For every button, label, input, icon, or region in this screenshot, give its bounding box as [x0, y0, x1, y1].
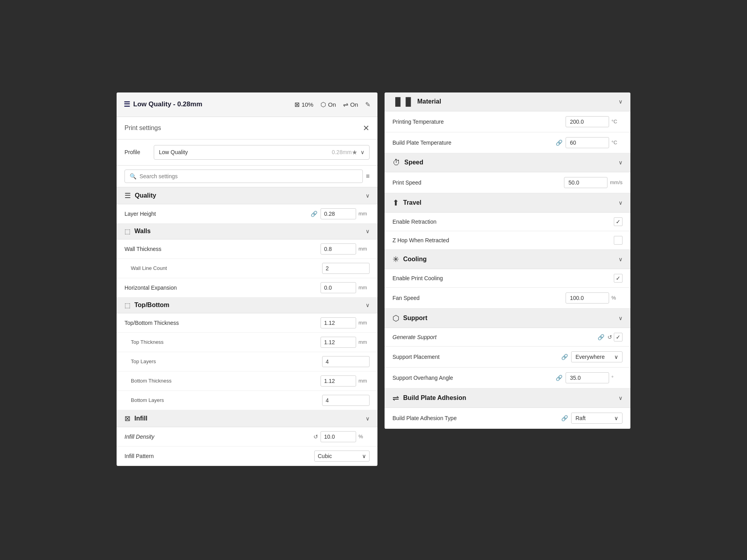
- close-button[interactable]: ✕: [363, 123, 370, 133]
- enable-retraction-label: Enable Retraction: [392, 219, 614, 225]
- infill-percent: 10%: [302, 101, 313, 108]
- profile-name: Low Quality - 0.28mm: [133, 100, 202, 108]
- fan-speed-input[interactable]: [566, 292, 609, 304]
- generate-support-link-icon[interactable]: 🔗: [598, 334, 604, 340]
- bottom-thickness-input[interactable]: [321, 375, 356, 387]
- infill-chevron: ∨: [366, 415, 370, 422]
- bottom-layers-label: Bottom Layers: [124, 397, 322, 403]
- topbottom-section-header[interactable]: ⬚ Top/Bottom ∨: [117, 298, 377, 313]
- material-section-header[interactable]: ▐▌▐▌ Material ∨: [385, 92, 630, 111]
- infill-density-input[interactable]: [321, 431, 356, 442]
- infill-pattern-label: Infill Pattern: [124, 453, 314, 459]
- infill-pattern-chevron: ∨: [362, 453, 366, 459]
- material-icon: ▐▌▐▌: [392, 97, 413, 106]
- topbottom-title: Top/Bottom: [134, 302, 362, 309]
- profile-chevron-icon[interactable]: ∨: [360, 149, 364, 155]
- support-placement-link-icon[interactable]: 🔗: [561, 354, 568, 360]
- infill-density-reset-icon[interactable]: ↺: [313, 434, 318, 440]
- edit-profile-icon[interactable]: ✎: [365, 101, 370, 108]
- left-panel: ☰ Low Quality - 0.28mm ⊠ 10% ⬡ On ⇌ On ✎: [117, 92, 377, 466]
- support-overhang-input[interactable]: [566, 372, 609, 383]
- support-on-label: On: [328, 101, 336, 108]
- printing-temp-input[interactable]: [566, 116, 609, 127]
- z-hop-label: Z Hop When Retracted: [392, 237, 614, 243]
- enable-cooling-label: Enable Print Cooling: [392, 275, 614, 281]
- layer-height-input[interactable]: [321, 208, 356, 219]
- bottom-layers-input[interactable]: [322, 395, 370, 406]
- build-plate-adhesion-link-icon[interactable]: 🔗: [561, 415, 568, 421]
- build-plate-adhesion-type-label: Build Plate Adhesion Type: [392, 415, 561, 421]
- search-wrapper: 🔍: [124, 170, 363, 183]
- top-layers-input[interactable]: [322, 356, 370, 367]
- top-thickness-label: Top Thickness: [124, 339, 321, 345]
- walls-chevron: ∨: [366, 228, 370, 234]
- favorite-icon[interactable]: ★: [352, 149, 357, 156]
- printing-temp-unit: °C: [611, 119, 622, 124]
- profile-label: Profile: [124, 149, 148, 155]
- walls-title: Walls: [134, 228, 362, 235]
- profile-select-dropdown[interactable]: Low Quality 0.28mm ★ ∨: [154, 145, 370, 160]
- infill-pattern-select[interactable]: Cubic ∨: [314, 451, 370, 462]
- generate-support-undo-icon[interactable]: ↺: [607, 334, 612, 340]
- support-overhang-link-icon[interactable]: 🔗: [556, 375, 562, 381]
- horizontal-expansion-input[interactable]: [321, 282, 356, 293]
- print-settings-title: Print settings: [124, 124, 161, 132]
- profile-row: Profile Low Quality 0.28mm ★ ∨: [117, 140, 377, 166]
- quality-section-header[interactable]: ☰ Quality ∨: [117, 187, 377, 204]
- speed-icon: ⏱: [392, 158, 400, 167]
- speed-chevron: ∨: [619, 159, 622, 166]
- build-plate-adhesion-chevron: ∨: [614, 415, 618, 421]
- layer-height-unit: mm: [358, 211, 370, 217]
- profile-select-secondary: 0.28mm: [332, 149, 352, 155]
- build-plate-chevron: ∨: [619, 395, 622, 401]
- travel-title: Travel: [403, 199, 615, 206]
- support-placement-row: Support Placement 🔗 Everywhere ∨: [385, 347, 630, 368]
- build-plate-temp-input[interactable]: [566, 137, 609, 148]
- top-thickness-input[interactable]: [321, 337, 356, 348]
- print-speed-input[interactable]: [564, 177, 607, 188]
- wall-thickness-input[interactable]: [321, 243, 356, 255]
- topbottom-icon: ⬚: [124, 302, 130, 309]
- material-title: Material: [417, 98, 615, 105]
- generate-support-checkbox[interactable]: ✓: [614, 333, 622, 341]
- build-plate-title: Build Plate Adhesion: [403, 394, 615, 402]
- travel-section-header[interactable]: ⬆ Travel ∨: [385, 193, 630, 213]
- print-settings-header: Print settings ✕: [117, 117, 377, 140]
- support-placement-chevron: ∨: [614, 354, 618, 360]
- travel-chevron: ∨: [619, 200, 622, 206]
- infill-density-row: Infill Density ↺ %: [117, 427, 377, 447]
- printing-temp-label: Printing Temperature: [392, 119, 566, 125]
- bottom-layers-row: Bottom Layers: [117, 391, 377, 410]
- build-plate-adhesion-value: Raft: [575, 415, 586, 421]
- wall-thickness-row: Wall Thickness mm: [117, 239, 377, 259]
- wall-line-count-input[interactable]: [322, 263, 370, 274]
- menu-icon[interactable]: ≡: [366, 173, 370, 180]
- top-bar-icons: ⊠ 10% ⬡ On ⇌ On ✎: [294, 101, 370, 108]
- top-layers-label: Top Layers: [124, 358, 322, 364]
- fan-speed-row: Fan Speed %: [385, 288, 630, 309]
- enable-cooling-checkbox[interactable]: ✓: [614, 274, 622, 283]
- infill-section-header[interactable]: ⊠ Infill ∨: [117, 410, 377, 427]
- support-section-header[interactable]: ⬡ Support ∨: [385, 309, 630, 328]
- build-plate-temp-link-icon[interactable]: 🔗: [556, 140, 562, 146]
- top-thickness-unit: mm: [358, 339, 370, 345]
- infill-icon: ⊠: [294, 101, 300, 108]
- horizontal-expansion-unit: mm: [358, 285, 370, 290]
- build-plate-section-header[interactable]: ⇌ Build Plate Adhesion ∨: [385, 388, 630, 408]
- cooling-title: Cooling: [403, 256, 615, 263]
- speed-section-header[interactable]: ⏱ Speed ∨: [385, 153, 630, 172]
- walls-section-header[interactable]: ⬚ Walls ∨: [117, 224, 377, 239]
- support-placement-value: Everywhere: [575, 354, 605, 360]
- z-hop-checkbox[interactable]: [614, 236, 622, 245]
- support-overhang-label: Support Overhang Angle: [392, 375, 556, 381]
- cooling-section-header[interactable]: ✳ Cooling ∨: [385, 250, 630, 269]
- bottom-thickness-row: Bottom Thickness mm: [117, 371, 377, 391]
- enable-cooling-row: Enable Print Cooling ✓: [385, 269, 630, 288]
- support-chevron: ∨: [619, 315, 622, 321]
- support-placement-select[interactable]: Everywhere ∨: [571, 351, 622, 362]
- search-input[interactable]: [140, 173, 358, 179]
- topbottom-thickness-input[interactable]: [321, 317, 356, 328]
- enable-retraction-checkbox[interactable]: ✓: [614, 217, 622, 226]
- layer-height-link-icon[interactable]: 🔗: [311, 211, 317, 217]
- build-plate-adhesion-select[interactable]: Raft ∨: [571, 413, 622, 424]
